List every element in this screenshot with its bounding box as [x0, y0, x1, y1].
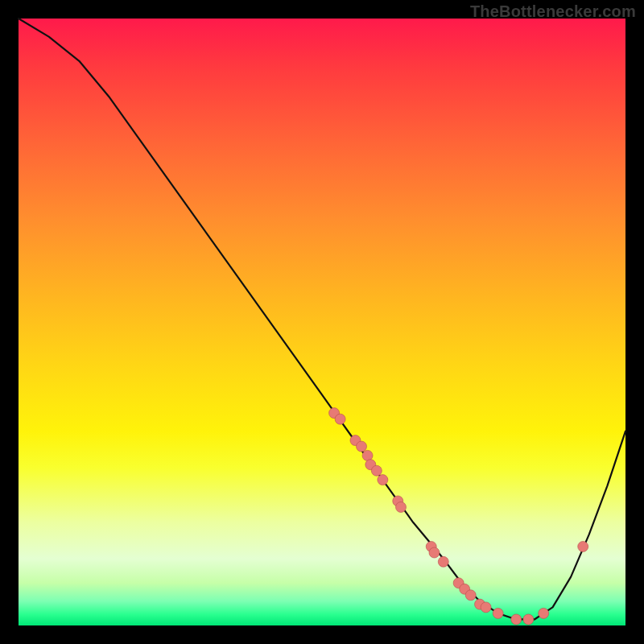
data-point — [481, 602, 491, 613]
data-point — [511, 614, 522, 625]
plot-svg — [19, 19, 625, 625]
data-point — [523, 614, 534, 625]
data-point — [396, 502, 407, 512]
data-point — [378, 475, 388, 485]
data-point — [429, 547, 440, 558]
plot-area — [19, 19, 625, 625]
data-point — [465, 590, 476, 601]
data-point — [362, 450, 373, 460]
data-point — [335, 414, 345, 424]
bottleneck-curve — [19, 19, 625, 619]
data-point — [371, 465, 382, 476]
chart-frame: TheBottlenecker.com — [0, 0, 644, 644]
data-points-group — [329, 408, 588, 625]
data-point — [357, 441, 367, 452]
data-point — [539, 608, 549, 618]
data-point — [493, 608, 503, 618]
data-point — [438, 556, 448, 567]
data-point — [578, 541, 588, 551]
